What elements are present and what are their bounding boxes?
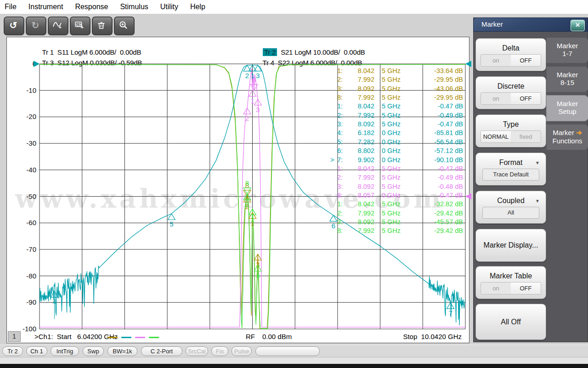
statusbar-button-c-2-port[interactable]: C 2-Port [141,346,182,356]
statusbar-button-ch-1[interactable]: Ch 1 [26,346,47,356]
format-button[interactable]: Format▼Trace Default [475,153,546,186]
undo-button[interactable]: ↺ [4,17,24,35]
delta-toggle[interactable]: onOFF [481,54,541,67]
type-toggle[interactable]: NORMALfixed [481,130,541,143]
redo-button[interactable]: ↻ [26,17,46,35]
tab-label-line1: Marker [547,71,588,79]
marker-value: -29.95 dB [408,76,463,83]
close-icon[interactable]: ✕ [571,20,585,31]
marker-table-toggle-off[interactable]: OFF [511,283,541,294]
discrete-toggle[interactable]: onOFF [481,92,541,105]
marker-table-row: 1:8.0425 GHz-0.47 dB [7,102,470,111]
marker-frequency: 7.992 [339,209,374,217]
type-toggle-normal[interactable]: NORMAL [481,131,511,142]
statusbar-button-inttrig[interactable]: IntTrig [51,346,79,356]
tab-marker-1-7[interactable]: Marker1-7 [546,37,588,63]
menu-item-help[interactable]: Help [190,3,205,11]
marker-value: -29.95 dB [408,94,463,101]
marker-frequency-unit: 5 GHz [382,218,401,226]
marker-frequency-unit: 5 GHz [382,76,401,83]
marker-value: -56.54 dB [408,138,463,146]
menu-item-file[interactable]: File [5,3,17,11]
reference-level-arrow[interactable] [465,61,471,67]
marker-frequency: 8.092 [339,120,374,128]
statusbar-button-tr-2[interactable]: Tr 2 [2,346,23,356]
marker-table-row: 3:8.0925 GHz-45.57 dB [7,218,470,227]
delta-toggle-on[interactable]: on [481,55,511,66]
marker-frequency: 7.992 [339,174,374,181]
statusbar-button-bw-1k[interactable]: BW=1k [107,346,137,356]
statusbar-button-swp[interactable]: Swp [83,346,104,356]
marker-frequency: 8.092 [339,85,374,92]
menu-item-instrument[interactable]: Instrument [28,3,63,11]
tab-marker-8-15[interactable]: Marker8-15 [546,66,588,92]
marker-frequency: 7.992 [339,112,374,119]
y-tick-label: 0 [16,60,36,68]
marker-table-row: 1:8.0425 GHz-33.64 dB [7,67,470,76]
marker-panel-titlebar[interactable]: Marker ✕ [473,17,588,32]
marker-number-label: 3 [256,272,260,279]
add-channel-button[interactable]: Ch+ [70,17,90,35]
marker-display-button[interactable]: Marker Display... [475,229,546,262]
marker-table-row: 3:8.0925 GHz-0.47 dB [7,120,470,129]
menu-item-response[interactable]: Response [75,3,108,11]
start-frequency-label[interactable]: >Ch1: Start 6.04200 GHz [34,333,118,340]
marker-number-label: 7 [448,309,452,317]
stop-frequency-label[interactable]: Stop 10.0420 GHz [403,333,462,340]
menu-item-utility[interactable]: Utility [160,3,178,11]
marker-table-toggle[interactable]: onOFF [481,282,541,294]
discrete-toggle-on[interactable]: on [481,93,511,104]
type-toggle-fixed[interactable]: fixed [511,131,541,142]
svg-text:↺: ↺ [10,20,17,30]
redo-icon: ↻ [30,20,40,30]
coupled-current-value[interactable]: All [482,207,539,219]
chevron-down-icon: ▼ [535,160,540,165]
marker-table-button[interactable]: Marker TableonOFF [475,266,546,299]
marker-table-label: Marker Table [476,272,546,280]
discrete-toggle-off[interactable]: OFF [511,93,541,104]
tab-label-line2: Functions [547,137,588,145]
statusbar-button-pulse[interactable]: Pulse [232,346,252,356]
svg-text:↻: ↻ [32,20,40,30]
statusbar-button-srccal[interactable]: SrcCal [186,346,208,356]
marker-value: -43.06 dB [408,85,463,92]
channel-number-badge[interactable]: 1 [8,331,21,342]
tab-marker-setup[interactable]: MarkerSetup [546,95,588,121]
tab-marker-functions[interactable]: Marker ➔Functions [546,124,588,150]
marker-table-row: 8:7.9925 GHz-29.42 dB [7,227,470,236]
menu-bar: FileInstrumentResponseStimulusUtilityHel… [0,0,588,14]
add-trace-button[interactable]: + [48,17,68,35]
all-off-button[interactable]: All Off [475,304,546,340]
undo-icon: ↺ [8,20,18,30]
status-substrip [0,357,588,364]
menu-item-stimulus[interactable]: Stimulus [120,3,148,11]
marker-frequency-unit: 5 GHz [382,67,401,74]
statusbar-button-fix[interactable]: Fix [211,346,228,356]
chevron-down-icon: ▼ [535,198,540,204]
discrete-button[interactable]: DiscreteonOFF [475,76,546,109]
marker-display-label: Marker Display... [476,241,546,249]
y-tick-label: -70 [16,245,36,253]
delta-toggle-off[interactable]: OFF [511,55,541,66]
statusbar-button-empty[interactable] [255,346,320,356]
svg-text:+: + [81,24,84,30]
rf-label: RF [246,333,255,340]
status-bar: Tr 2Ch 1IntTrigSwpBW=1kC 2-PortSrcCalFix… [0,345,588,357]
tab-label-line2: Setup [547,108,588,115]
marker-value: -0.48 dB [408,183,463,190]
delete-button[interactable] [92,17,113,35]
marker-frequency-unit: 5 GHz [382,112,401,119]
delete-icon [96,20,107,30]
marker-value: -0.47 dB [408,102,463,110]
coupled-button[interactable]: Coupled▼All [475,191,546,224]
rf-power-value[interactable]: 0.00 dBm [262,333,292,340]
delta-button[interactable]: DeltaonOFF [475,38,546,71]
type-button[interactable]: TypeNORMALfixed [475,114,546,147]
zoom-in-button[interactable] [114,17,135,35]
marker-frequency-unit: 0 GHz [382,156,401,164]
marker-table-toggle-on[interactable]: on [481,283,511,294]
format-current-value[interactable]: Trace Default [482,169,539,181]
active-marker-indicator: > [330,156,334,164]
plot-area: www.xahxmicrowave.com Tr 1 S11 LogM 6.00… [6,37,469,343]
marker-frequency-unit: 5 GHz [382,85,401,92]
